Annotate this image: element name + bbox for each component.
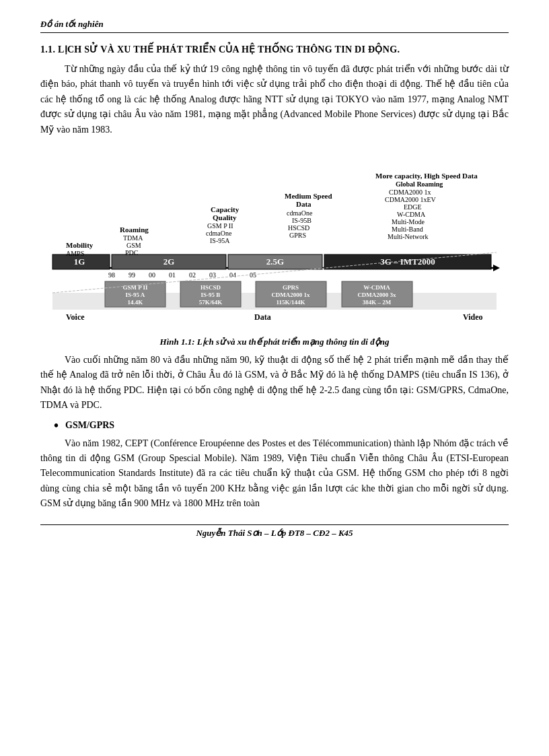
svg-text:Quality: Quality [213, 213, 237, 221]
bullet-gsm: • GSM/GPRS [54, 419, 509, 432]
svg-text:PDC: PDC [125, 249, 139, 256]
svg-text:02: 02 [189, 271, 196, 279]
svg-text:HSCSD: HSCSD [288, 224, 309, 232]
svg-text:384K – 2M: 384K – 2M [363, 299, 392, 306]
svg-text:cdmaOne: cdmaOne [206, 230, 232, 237]
svg-text:Capacity: Capacity [211, 205, 240, 213]
svg-text:CDMA2000 3x: CDMA2000 3x [357, 291, 396, 298]
bullet-dot: • [54, 419, 59, 432]
paragraph-2: Vào cuối những năm 80 và đầu những năm 9… [40, 353, 509, 413]
svg-text:W-CDMA: W-CDMA [363, 284, 390, 291]
svg-text:01: 01 [169, 271, 176, 279]
svg-text:Multi-Mode: Multi-Mode [392, 218, 425, 226]
svg-marker-5 [493, 265, 500, 271]
svg-text:2G: 2G [163, 256, 175, 267]
svg-text:03: 03 [209, 271, 216, 279]
svg-text:EDGE: EDGE [404, 203, 422, 211]
header-title: Đồ án tốt nghiên [40, 19, 104, 30]
svg-text:00: 00 [149, 271, 155, 279]
svg-text:Global Roaming: Global Roaming [396, 180, 443, 188]
svg-text:Data: Data [254, 312, 271, 322]
page-footer: Nguyễn Thái Sơn – Lớp ĐT8 – CĐ2 – K45 [40, 524, 509, 539]
svg-text:CDMA2000 1x: CDMA2000 1x [271, 291, 310, 298]
svg-text:115K/144K: 115K/144K [276, 299, 305, 306]
svg-text:57K/64K: 57K/64K [199, 299, 223, 306]
svg-text:GSM: GSM [126, 242, 141, 249]
svg-text:Voice: Voice [66, 312, 85, 322]
paragraph-3: Vào năm 1982, CEPT (Conférence Eroupéenn… [40, 436, 509, 512]
svg-text:cdmaOne: cdmaOne [287, 209, 313, 217]
svg-text:GPRS: GPRS [289, 232, 306, 239]
svg-text:Medium Speed: Medium Speed [285, 192, 332, 200]
page-header: Đồ án tốt nghiên [40, 19, 509, 33]
diagram-container: Voice Data Video 1G 2G 2.5G 3G – IMT2000… [40, 148, 509, 326]
svg-text:1G: 1G [74, 256, 85, 267]
svg-text:AMPS: AMPS [66, 250, 84, 257]
svg-text:HSCSD: HSCSD [200, 284, 221, 291]
footer-text: Nguyễn Thái Sơn – Lớp ĐT8 – CĐ2 – K45 [196, 528, 353, 538]
bullet-gsm-title: • GSM/GPRS [54, 419, 509, 432]
evolution-diagram: Voice Data Video 1G 2G 2.5G 3G – IMT2000… [46, 148, 503, 323]
paragraph-1: Từ những ngày đầu của thế kỷ thứ 19 công… [40, 62, 509, 137]
svg-text:More capacity, High Speed Data: More capacity, High Speed Data [375, 172, 478, 180]
svg-text:TDMA: TDMA [123, 234, 143, 242]
svg-text:Data: Data [296, 200, 312, 208]
svg-text:IS-95B: IS-95B [292, 217, 312, 224]
svg-text:CDMA2000 1x: CDMA2000 1x [389, 188, 431, 196]
svg-text:Roaming: Roaming [120, 226, 149, 234]
svg-text:Multi-Network: Multi-Network [388, 233, 429, 240]
diagram-caption: Hình 1.1: Lịch sử và xu thế phát triển m… [40, 337, 509, 347]
svg-text:IS-95 B: IS-95 B [201, 291, 221, 298]
svg-text:2.5G: 2.5G [266, 256, 284, 267]
svg-text:Multi-Band: Multi-Band [392, 226, 423, 233]
svg-text:W-CDMA: W-CDMA [397, 211, 426, 218]
svg-text:98: 98 [108, 271, 115, 279]
section-title: 1.1. LỊCH SỬ VÀ XU THẾ PHÁT TRIỂN CỦA HỆ… [40, 44, 509, 55]
svg-text:3G – IMT2000: 3G – IMT2000 [380, 256, 435, 267]
svg-text:14.4K: 14.4K [128, 299, 143, 306]
svg-text:04: 04 [229, 271, 236, 279]
svg-text:GSM P II: GSM P II [207, 222, 233, 230]
svg-text:Video: Video [463, 312, 483, 322]
svg-text:CDMA2000 1xEV: CDMA2000 1xEV [385, 196, 437, 203]
svg-text:GPRS: GPRS [283, 284, 299, 291]
svg-text:IS-95 A: IS-95 A [126, 291, 145, 298]
svg-text:Mobility: Mobility [66, 241, 94, 249]
svg-text:IS-95A: IS-95A [210, 237, 230, 244]
svg-text:99: 99 [129, 271, 135, 279]
